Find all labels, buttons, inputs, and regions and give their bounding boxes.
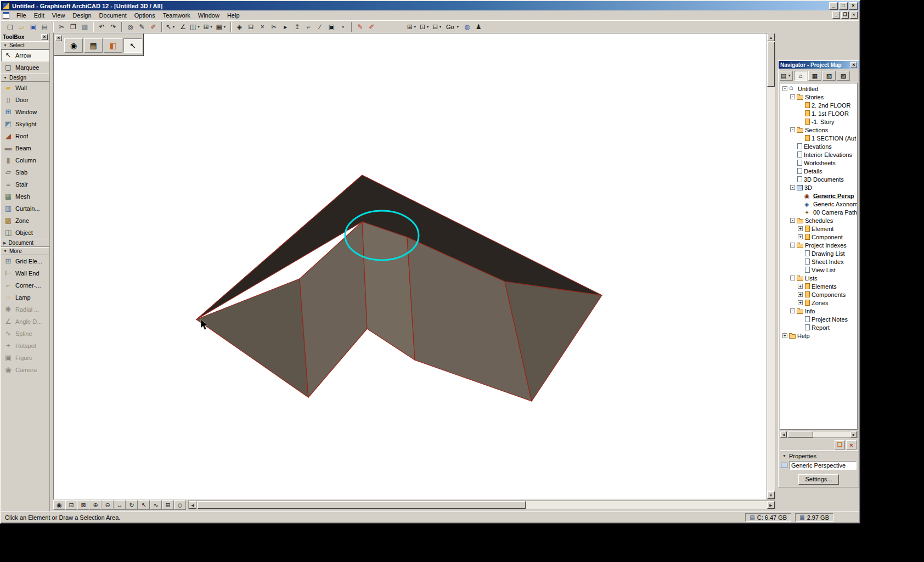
tool-marquee[interactable]: ▢Marquee	[1, 61, 49, 74]
tree-scrollbar-thumb[interactable]	[788, 431, 813, 437]
maximize-button[interactable]: □	[839, 2, 848, 10]
tree-expander[interactable]: +	[798, 292, 803, 297]
tree-item-1-section-aut[interactable]: 1 SECTION (Aut	[780, 134, 857, 142]
intersect-button[interactable]: ▫	[337, 21, 349, 32]
save-button[interactable]: ▣	[27, 21, 39, 32]
explore-button[interactable]: ↖	[138, 500, 150, 510]
tool-door[interactable]: ▯Door	[1, 94, 49, 106]
tool-zone[interactable]: ▩Zone	[1, 215, 49, 227]
adjust-button[interactable]: ▣	[326, 21, 337, 32]
corner-button[interactable]: ⌐	[303, 21, 314, 32]
measure-button[interactable]: ∠	[177, 21, 189, 32]
tree-item-3d-documents[interactable]: 3D Documents	[780, 175, 857, 183]
tree-item-3d[interactable]: -3D	[780, 183, 857, 192]
trim-button[interactable]: ✂	[268, 21, 280, 32]
tree-item-worksheets[interactable]: Worksheets	[780, 159, 857, 167]
zoom-selection-button[interactable]: ⊡	[65, 500, 77, 510]
camera-view-button[interactable]: ⊞	[162, 500, 174, 510]
tree-expander[interactable]: -	[790, 94, 795, 99]
pan-button[interactable]: ↔	[114, 500, 126, 510]
new-button[interactable]: ▢	[4, 21, 16, 32]
tool-curtain[interactable]: ▥Curtain...	[1, 203, 49, 215]
tree-scroll-left-button[interactable]: ◀	[780, 431, 787, 437]
tree-item-elements[interactable]: +Elements	[780, 282, 857, 290]
tree-item-drawing-list[interactable]: Drawing List	[780, 249, 857, 257]
navigator-title-bar[interactable]: Navigator - Project Map ×	[779, 61, 859, 69]
toolbox-title-bar[interactable]: ToolBox ×	[1, 33, 49, 41]
tree-item-00-camera-path[interactable]: 00 Camera Path	[780, 208, 857, 216]
fly-through-button[interactable]: ∿	[150, 500, 162, 510]
tree-scroll-right-button[interactable]: ▶	[850, 431, 857, 437]
flag-button[interactable]: ▸	[280, 21, 291, 32]
tree-item-components[interactable]: +Components	[780, 290, 857, 299]
tree-expander[interactable]: +	[798, 284, 803, 289]
scroll-down-button[interactable]: ▼	[767, 491, 775, 499]
group-toggle-button[interactable]: ⊟	[245, 21, 257, 32]
view-map-button[interactable]: ▦	[808, 71, 821, 81]
child-restore-button[interactable]: ❐	[841, 12, 849, 19]
close-button[interactable]: ×	[849, 2, 858, 10]
menu-design[interactable]: Design	[69, 11, 95, 20]
find-select-button[interactable]: ◎	[125, 21, 136, 32]
menu-file[interactable]: File	[13, 11, 30, 20]
undo-button[interactable]: ↶	[96, 21, 108, 32]
toolbar-close-button[interactable]: ×	[55, 35, 62, 41]
tree-item-project-notes[interactable]: Project Notes	[780, 315, 857, 323]
window-layout-button[interactable]: ⊞▾	[406, 21, 419, 32]
grid-snap-button[interactable]: ⊞▾	[202, 21, 215, 32]
roof-middle-face[interactable]	[362, 222, 415, 360]
menu-window[interactable]: Window	[194, 11, 223, 20]
zoom-in-button[interactable]: ⊕	[89, 500, 102, 510]
inject-parameters-button[interactable]: ✐	[148, 21, 159, 32]
properties-header[interactable]: ▼ Properties	[780, 452, 858, 459]
tree-item-untitled[interactable]: -Untitled	[780, 85, 857, 93]
tree-item-2-2nd-floor[interactable]: 2. 2nd FLOOR	[780, 101, 857, 109]
tree-item-sheet-index[interactable]: Sheet Index	[780, 257, 857, 266]
tool-wall-end[interactable]: ⊢Wall End	[1, 267, 49, 279]
tree-item-component[interactable]: +Component	[780, 233, 857, 241]
tree-item-help[interactable]: +Help	[780, 331, 857, 340]
orbit-button[interactable]: ↻	[126, 500, 138, 510]
menu-edit[interactable]: Edit	[30, 11, 48, 20]
tree-item-project-indexes[interactable]: -Project Indexes	[780, 241, 857, 249]
menu-options[interactable]: Options	[131, 11, 159, 20]
tree-item-stories[interactable]: -Stories	[780, 93, 857, 101]
tree-item-generic-persp[interactable]: Generic Persp	[780, 192, 857, 200]
tree-expander[interactable]: +	[798, 234, 803, 239]
pick-up-parameters-button[interactable]: ✎	[136, 21, 148, 32]
arrow-tool-button[interactable]: ↖▾	[165, 21, 177, 32]
tree-item-sections[interactable]: -Sections	[780, 126, 857, 134]
delete-item-button[interactable]: ×	[846, 440, 857, 449]
toolbox-section-document[interactable]: ▶Document	[1, 239, 49, 247]
scroll-up-button[interactable]: ▲	[767, 33, 775, 41]
tool-wall[interactable]: ▰Wall	[1, 82, 49, 94]
tree-expander[interactable]: -	[790, 276, 795, 280]
tool-slab[interactable]: ▱Slab	[1, 166, 49, 178]
tree-item-1-1st-floor[interactable]: 1. 1st FLOOR	[780, 109, 857, 117]
tool-lamp[interactable]: ○Lamp	[1, 291, 49, 304]
tree-item-details[interactable]: Details	[780, 167, 857, 175]
tree-expander[interactable]: +	[798, 226, 803, 231]
tree-item-schedules[interactable]: -Schedules	[780, 216, 857, 224]
tool-object[interactable]: ◫Object	[1, 227, 49, 239]
tree-item-interior-elevations[interactable]: Interior Elevations	[780, 150, 857, 159]
tree-expander[interactable]: -	[790, 127, 795, 132]
tool-corner[interactable]: ⌐Corner-...	[1, 279, 49, 291]
display-options-button[interactable]: ▦▾	[215, 21, 228, 32]
tool-hotspot[interactable]: +Hotspot	[1, 340, 49, 352]
minimize-button[interactable]: _	[829, 2, 838, 10]
toolbox-section-select[interactable]: ▼Select	[1, 41, 49, 49]
toolbox-close-button[interactable]: ×	[41, 34, 48, 40]
scroll-right-button[interactable]: ▶	[767, 501, 775, 509]
tree-expander[interactable]: -	[790, 218, 795, 223]
tree-expander[interactable]: -	[790, 308, 795, 313]
toolbox-section-more[interactable]: ▼More	[1, 247, 49, 255]
tree-item-generic-axonom[interactable]: Generic Axonom	[780, 200, 857, 208]
tree-expander[interactable]: -	[790, 185, 795, 190]
tree-item-1-story[interactable]: -1. Story	[780, 117, 857, 126]
zoom-out-button[interactable]: ⊖	[102, 500, 114, 510]
roof-left-end-face[interactable]	[196, 279, 308, 397]
wall-tool-button[interactable]: ◫▾	[189, 21, 202, 32]
tree-item-lists[interactable]: -Lists	[780, 274, 857, 282]
tree-item-report[interactable]: Report	[780, 323, 857, 331]
